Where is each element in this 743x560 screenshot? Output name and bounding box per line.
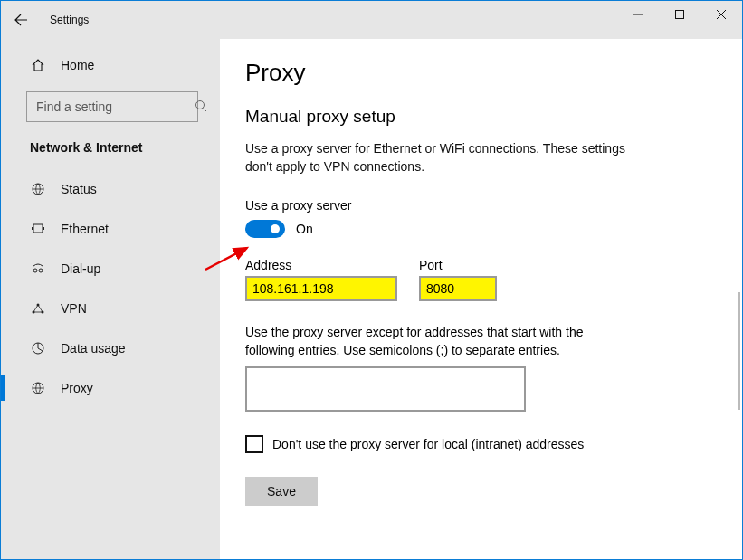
sidebar-item-datausage[interactable]: Data usage [1, 328, 220, 368]
sidebar-item-proxy[interactable]: Proxy [1, 368, 220, 408]
svg-rect-3 [33, 224, 43, 233]
svg-rect-5 [43, 227, 44, 230]
svg-point-6 [33, 269, 37, 272]
sidebar-item-dialup[interactable]: Dial-up [1, 249, 220, 289]
sidebar-item-status[interactable]: Status [1, 169, 220, 209]
home-nav[interactable]: Home [1, 48, 220, 82]
dialup-icon [30, 261, 46, 276]
sidebar-item-vpn[interactable]: VPN [1, 289, 220, 328]
minimize-button[interactable] [617, 1, 659, 28]
page-title: Proxy [245, 59, 717, 87]
port-col: Port [419, 258, 497, 301]
toggle-state-label: On [296, 222, 313, 236]
address-col: Address [245, 258, 397, 301]
section-title: Manual proxy setup [245, 107, 717, 127]
close-icon [717, 10, 726, 19]
settings-window: Settings Home [0, 0, 743, 560]
home-icon [30, 58, 46, 72]
search-wrap [1, 91, 220, 122]
port-input[interactable] [419, 276, 497, 301]
status-icon [30, 182, 46, 196]
maximize-button[interactable] [659, 1, 700, 28]
svg-rect-4 [32, 227, 33, 230]
arrow-left-icon [14, 13, 28, 27]
close-button[interactable] [700, 1, 742, 28]
intranet-check-row: Don't use the proxy server for local (in… [245, 435, 717, 453]
proxy-toggle[interactable] [245, 220, 285, 238]
sidebar: Home Network & Internet Status [1, 39, 220, 559]
sidebar-item-label: Data usage [61, 341, 126, 356]
sidebar-item-ethernet[interactable]: Ethernet [1, 209, 220, 249]
address-port-row: Address Port [245, 258, 717, 301]
nav-list: Status Ethernet Dial-up [1, 169, 220, 408]
sidebar-item-label: VPN [61, 301, 87, 316]
svg-point-1 [196, 100, 205, 109]
sidebar-item-label: Status [61, 182, 97, 196]
datausage-icon [30, 341, 46, 356]
exclusion-box [245, 366, 526, 412]
minimize-icon [633, 10, 643, 19]
svg-point-7 [39, 269, 43, 272]
back-button[interactable] [12, 11, 30, 29]
search-box[interactable] [26, 91, 198, 122]
save-button[interactable]: Save [245, 477, 318, 506]
intranet-checkbox-label: Don't use the proxy server for local (in… [272, 437, 584, 451]
exclusion-input[interactable] [252, 372, 519, 406]
sidebar-item-label: Proxy [61, 381, 93, 395]
content-area: Proxy Manual proxy setup Use a proxy ser… [220, 39, 742, 559]
search-input[interactable] [36, 100, 195, 114]
sidebar-item-label: Dial-up [61, 261, 100, 276]
window-title: Settings [50, 14, 89, 26]
vpn-icon [30, 301, 46, 316]
toggle-title: Use a proxy server [245, 198, 717, 213]
window-controls [617, 1, 742, 39]
intranet-checkbox[interactable] [245, 435, 263, 453]
maximize-icon [675, 10, 684, 19]
home-label: Home [61, 58, 94, 72]
address-input[interactable] [245, 276, 397, 301]
port-label: Port [419, 258, 497, 272]
proxy-icon [30, 381, 46, 395]
svg-rect-0 [676, 11, 684, 19]
sidebar-item-label: Ethernet [61, 222, 109, 236]
search-icon [195, 100, 207, 115]
exclusion-description: Use the proxy server except for addresse… [245, 323, 634, 360]
window-body: Home Network & Internet Status [1, 39, 742, 559]
scrollbar[interactable] [738, 292, 740, 410]
ethernet-icon [30, 222, 46, 236]
address-label: Address [245, 258, 397, 272]
section-description: Use a proxy server for Ethernet or WiFi … [245, 139, 634, 176]
proxy-toggle-row: On [245, 220, 717, 238]
category-header: Network & Internet [1, 140, 220, 169]
